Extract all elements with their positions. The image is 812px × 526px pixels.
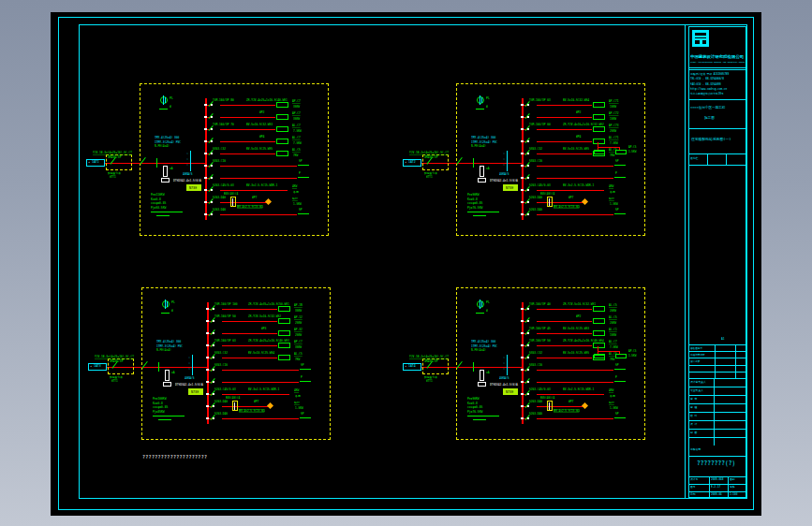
branch-breaker-label: SX63-C32 [529,352,542,355]
spare-tag-label: SP [299,160,303,163]
load-kw-label: 7.5KW [610,346,618,349]
branch-breaker-label: TGM-160/3P 70 [213,124,234,126]
bus-junction-dot [204,213,207,215]
circuit-line [222,382,299,383]
load-kw-label: 1.5KW [610,203,618,206]
project-name-label: 工程名称 [690,448,701,451]
drawing-title-text: ????????(?) [697,460,735,466]
spare-tag-label: P [615,172,617,175]
load-box [276,151,288,156]
circuit-line [222,406,273,407]
meter-dash [476,109,484,110]
load-box [615,150,627,154]
bus-junction-dot [206,357,209,358]
breaker-contact-dot [213,357,214,358]
circuit-line [537,129,592,130]
breaker-contact-dot [211,128,213,130]
bus-junction-dot [521,308,524,310]
feeder-name-label: 1AT3 [94,365,101,368]
circuit-line [537,370,613,371]
load-kw-label: 25KW [295,334,302,337]
circuit-line [537,358,592,358]
bus-junction-dot [521,213,524,215]
load-box [593,343,605,348]
incoming-note: 配电室引来 [108,172,121,175]
staff-table-rule [688,437,746,438]
branch-cable-label: BV-5x10-SC25-WE5 [246,148,273,151]
load-name-label: AP-C73 [609,124,618,127]
load-kw-label: 25KW [295,322,302,325]
bus-junction-dot [206,369,209,371]
contactor-box [230,197,236,207]
surge-arrow-icon: ‹ [503,356,505,359]
calc-line: Kx=0.8 [467,198,478,201]
busbar-spec-line: 1TMY-3(25x4) PVC [155,141,181,144]
spare-tag-underline [614,213,626,214]
branch-breaker-label: S263-C45/0.03 [213,184,234,187]
spare-tag-label: SP [301,413,304,416]
branch-breaker-label: SX63-C32 [214,352,228,355]
load-name-label: AL-C7 [609,341,617,343]
bus-junction-dot [521,405,524,407]
spare-tag-label: SP [615,209,619,212]
incoming-note: WTT1 [426,176,433,179]
load-kw-label: 备用 [295,395,301,398]
load-box [276,139,288,144]
circuit-id-label: WP7 [252,197,257,199]
bus-junction-dot [521,417,524,419]
branch-cable-label: ZR-YJV-4x25+1x16-SC40-WE3 [248,340,289,343]
load-name-label: 4KW [609,185,613,188]
load-kw-label: 15KW [610,334,616,337]
load-name-label: AL-C5 [609,149,617,152]
revision-entry: 修改通知单 [690,347,702,350]
load-name-label: AL-C71 [609,137,618,139]
feeder-arrow-icon: ◂ [88,161,90,164]
breaker-contact-dot [213,320,214,322]
load-kw-label: 35KW [295,346,302,349]
branch-breaker-label: S263-D46 [529,209,542,212]
revision-table-rule [688,358,746,358]
meter-circle-icon [481,301,482,307]
branch-breaker-label: SX63-C16 [213,160,226,163]
spare-tag-underline [300,369,311,370]
surge-arrester-label: 40KA/5 [499,377,509,380]
branch-cable-label: BV-3x2.5-SC15-WDR-1 [563,184,594,187]
company-name: 中国建筑设计研究院有限公司 [690,55,744,59]
spare-tag-label: SP [615,364,619,367]
contactor-pole [232,198,233,206]
surge-arrester-label: 40KA/5 [499,173,509,176]
incoming-cable-label: YJV-1B-2x(4x25+16)-SC-CT [409,356,449,359]
bus-junction-dot [521,165,524,167]
surge-arrow-icon: ‹ [503,361,505,365]
bus-junction-dot [521,140,524,142]
busbar-spec-line: N.PE(4x4) [471,349,486,352]
meter-sub-label: W [171,310,173,313]
load-box [593,126,605,132]
busbar-spec-line: N.PE(4x4) [156,349,171,352]
breaker-contact-dot [527,165,529,167]
branch-cable-label: ZR-YJV-5x16-SC32-WE1 [563,303,596,306]
revision-entry: 设计变更 [690,360,700,363]
titleblock-divider [688,153,746,154]
circuit-line [220,178,297,179]
branch-cable-label: BV-5x16-SC32-WE3 [246,124,273,126]
load-name-label: 路灯 [609,402,614,404]
calc-underline [158,419,171,420]
branch-breaker-label: S263-D40 [529,197,542,199]
circuit-line [222,345,277,346]
incoming-note: WTT1 [426,380,433,383]
calc-line: cosφ=0.85 [151,202,166,205]
bus-junction-dot [204,153,207,154]
meter-type-label: N73E [189,186,197,189]
ct-ratio-label: xA [486,168,490,170]
circuit-line [222,370,299,371]
spare-tag-label: P [299,172,301,175]
load-name-label: AL-C5 [609,316,617,319]
circuit-id-label: WP2 [576,315,581,318]
meter-sub-label: W [486,106,488,109]
calc-underline [473,419,486,420]
branch-breaker-label: S263-C45/0.03 [529,184,551,187]
incoming-cable-label: YJV-1B-3x(4x25+16)-SC-CT [95,356,134,359]
load-name-label: AP-32 [294,329,303,331]
branch-cable-label: BV-5x10-SC25-WE4 [248,352,274,355]
